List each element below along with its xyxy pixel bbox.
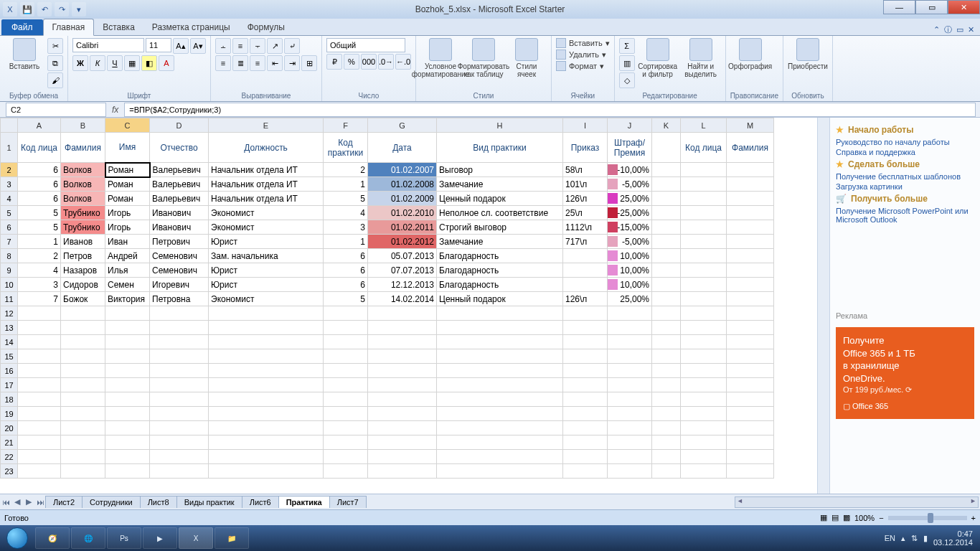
cell[interactable] bbox=[563, 464, 608, 479]
cell[interactable] bbox=[18, 464, 61, 479]
cell[interactable]: 5 bbox=[324, 292, 368, 306]
bold-icon[interactable]: Ж bbox=[72, 55, 88, 71]
cell[interactable]: 5 bbox=[324, 192, 368, 206]
cell[interactable] bbox=[681, 235, 727, 249]
zoom-level[interactable]: 100% bbox=[854, 514, 875, 522]
cell[interactable] bbox=[608, 306, 652, 321]
cell[interactable] bbox=[150, 421, 209, 435]
cell[interactable]: Строгий выговор bbox=[437, 220, 563, 235]
cell[interactable] bbox=[681, 220, 727, 235]
cell[interactable]: 717\л bbox=[563, 235, 608, 249]
tray-lang[interactable]: EN bbox=[885, 534, 895, 542]
table-header-cell[interactable]: Штраф/ Премия bbox=[608, 133, 652, 163]
vertical-scrollbar[interactable] bbox=[817, 118, 829, 494]
cell[interactable]: 6 bbox=[324, 278, 368, 292]
sheet-tab[interactable]: Сотрудники bbox=[82, 496, 141, 508]
cell[interactable] bbox=[681, 392, 727, 407]
fx-icon[interactable]: fx bbox=[112, 105, 118, 115]
cell[interactable] bbox=[324, 349, 368, 364]
cell[interactable] bbox=[437, 306, 563, 321]
panel-link[interactable]: Получение Microsoft PowerPoint или Micro… bbox=[836, 207, 974, 224]
cell[interactable]: 01.02.2008 bbox=[368, 177, 437, 192]
cell[interactable] bbox=[437, 392, 563, 407]
cell[interactable] bbox=[18, 392, 61, 407]
cell[interactable]: 1112\л bbox=[563, 220, 608, 235]
cell[interactable] bbox=[437, 450, 563, 464]
cell[interactable]: 5 bbox=[18, 220, 61, 235]
cell[interactable]: Иванович bbox=[150, 220, 209, 235]
cell[interactable] bbox=[150, 321, 209, 335]
cell[interactable] bbox=[209, 421, 324, 435]
row-header[interactable]: 13 bbox=[1, 321, 18, 335]
cell[interactable] bbox=[681, 163, 727, 177]
cell[interactable] bbox=[150, 450, 209, 464]
cell[interactable] bbox=[324, 435, 368, 450]
cell[interactable]: 25\л bbox=[563, 206, 608, 220]
cell[interactable] bbox=[18, 306, 61, 321]
cell[interactable]: Начальник отдела ИТ bbox=[209, 177, 324, 192]
cell[interactable] bbox=[652, 392, 681, 407]
cell[interactable] bbox=[105, 306, 150, 321]
spelling-button[interactable]: Орфография bbox=[730, 38, 771, 70]
cell[interactable] bbox=[437, 421, 563, 435]
cell[interactable]: Валерьевич bbox=[150, 163, 209, 177]
cell[interactable] bbox=[727, 235, 774, 249]
cell[interactable] bbox=[681, 306, 727, 321]
cell[interactable] bbox=[652, 321, 681, 335]
cell[interactable]: 5 bbox=[18, 206, 61, 220]
cell[interactable] bbox=[727, 450, 774, 464]
delete-cells-button[interactable]: Удалить ▾ bbox=[556, 50, 606, 60]
taskbar-app[interactable]: 📁 bbox=[215, 527, 249, 549]
row-header[interactable]: 1 bbox=[1, 133, 18, 163]
cell[interactable] bbox=[652, 435, 681, 450]
border-icon[interactable]: ▦ bbox=[124, 55, 140, 71]
align-right-icon[interactable]: ≡ bbox=[250, 55, 265, 71]
cell[interactable] bbox=[681, 378, 727, 392]
taskbar-app[interactable]: 🧭 bbox=[35, 527, 70, 549]
inc-decimal-icon[interactable]: .0→ bbox=[378, 54, 394, 70]
cell[interactable] bbox=[437, 378, 563, 392]
align-top-icon[interactable]: ⫠ bbox=[215, 38, 231, 54]
cell[interactable] bbox=[727, 335, 774, 349]
cell[interactable] bbox=[727, 435, 774, 450]
cell[interactable] bbox=[368, 349, 437, 364]
cell[interactable] bbox=[563, 378, 608, 392]
cell[interactable] bbox=[681, 421, 727, 435]
format-painter-icon[interactable]: 🖌 bbox=[47, 72, 63, 88]
cell[interactable] bbox=[368, 435, 437, 450]
row-header[interactable]: 15 bbox=[1, 349, 18, 364]
row-header[interactable]: 11 bbox=[1, 292, 18, 306]
row-header[interactable]: 3 bbox=[1, 177, 18, 192]
row-header[interactable]: 8 bbox=[1, 249, 18, 263]
view-layout-icon[interactable]: ▤ bbox=[831, 513, 839, 522]
cell[interactable] bbox=[652, 450, 681, 464]
cell[interactable] bbox=[681, 464, 727, 479]
sheet-tab[interactable]: Лист8 bbox=[140, 496, 177, 508]
cell[interactable] bbox=[652, 206, 681, 220]
underline-icon[interactable]: Ч bbox=[107, 55, 123, 71]
cell[interactable] bbox=[652, 263, 681, 278]
cut-icon[interactable]: ✂ bbox=[47, 38, 63, 54]
row-header[interactable]: 4 bbox=[1, 192, 18, 206]
cell[interactable] bbox=[652, 192, 681, 206]
cell[interactable]: Ценный подарок bbox=[437, 192, 563, 206]
cell[interactable] bbox=[652, 306, 681, 321]
zoom-slider[interactable] bbox=[888, 516, 967, 520]
autosum-icon[interactable]: Σ bbox=[619, 38, 635, 54]
cell[interactable] bbox=[150, 464, 209, 479]
cell[interactable]: 2 bbox=[324, 163, 368, 177]
indent-dec-icon[interactable]: ⇤ bbox=[267, 55, 283, 71]
table-header-cell[interactable]: Фамилия bbox=[727, 133, 774, 163]
tab-formulas[interactable]: Формулы bbox=[239, 19, 293, 35]
table-header-cell[interactable]: Код практики bbox=[324, 133, 368, 163]
cell[interactable] bbox=[681, 249, 727, 263]
italic-icon[interactable]: К bbox=[90, 55, 105, 71]
cell[interactable] bbox=[652, 464, 681, 479]
cell[interactable] bbox=[105, 464, 150, 479]
cell[interactable] bbox=[563, 349, 608, 364]
number-format-select[interactable] bbox=[326, 38, 405, 52]
close-button[interactable]: ✕ bbox=[948, 0, 980, 14]
cell[interactable] bbox=[324, 464, 368, 479]
cell[interactable] bbox=[324, 364, 368, 378]
row-header[interactable]: 21 bbox=[1, 435, 18, 450]
